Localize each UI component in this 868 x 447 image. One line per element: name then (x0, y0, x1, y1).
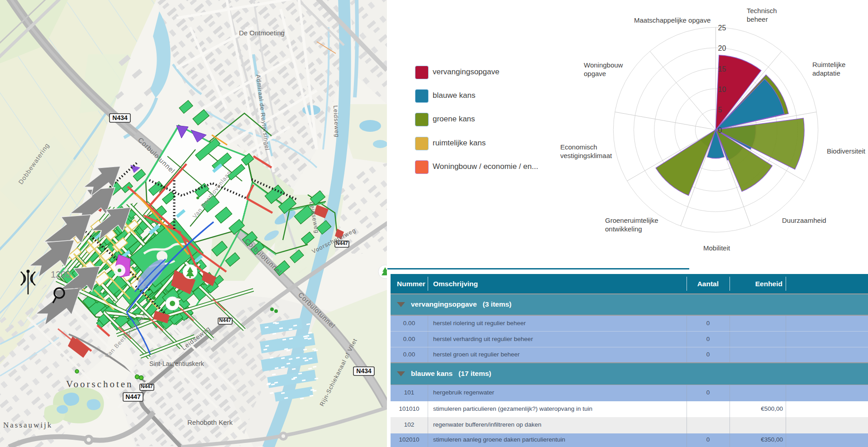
svg-text:5: 5 (718, 106, 722, 114)
svg-text:10: 10 (718, 86, 726, 93)
svg-text:25: 25 (718, 24, 726, 32)
svg-text:0: 0 (718, 126, 722, 134)
svg-text:15: 15 (718, 65, 726, 73)
svg-text:20: 20 (718, 44, 726, 52)
